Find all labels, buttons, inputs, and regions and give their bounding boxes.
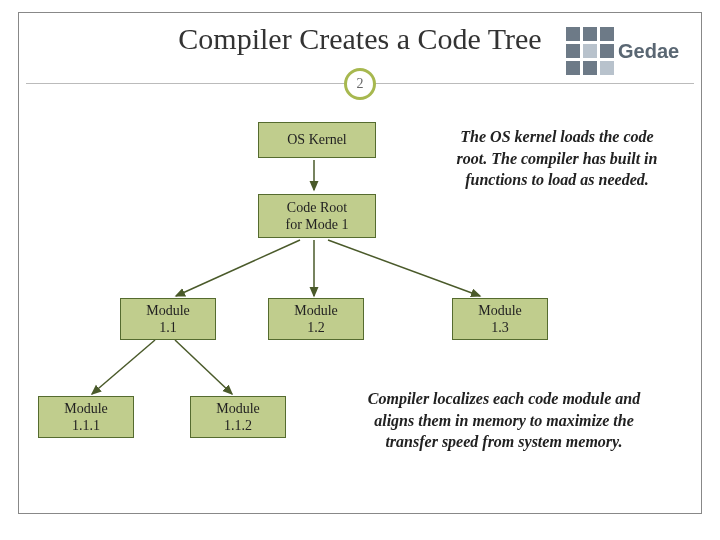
node-label-line2: 1.3 bbox=[491, 319, 509, 337]
page-number: 2 bbox=[357, 76, 364, 92]
node-label-line2: 1.2 bbox=[307, 319, 325, 337]
gedae-logo: Gedae bbox=[566, 22, 696, 80]
page-number-badge: 2 bbox=[344, 68, 376, 100]
callout-top: The OS kernel loads the code root. The c… bbox=[448, 126, 666, 191]
node-label-line2: 1.1.1 bbox=[72, 417, 100, 435]
node-label-line1: Module bbox=[478, 302, 522, 320]
node-module-1-3: Module 1.3 bbox=[452, 298, 548, 340]
node-code-root: Code Root for Mode 1 bbox=[258, 194, 376, 238]
node-label-line1: Code Root bbox=[287, 199, 347, 217]
node-module-1-1-1: Module 1.1.1 bbox=[38, 396, 134, 438]
node-module-1-1-2: Module 1.1.2 bbox=[190, 396, 286, 438]
node-label: OS Kernel bbox=[287, 131, 347, 149]
node-label-line1: Module bbox=[216, 400, 260, 418]
node-label-line1: Module bbox=[64, 400, 108, 418]
node-module-1-2: Module 1.2 bbox=[268, 298, 364, 340]
node-label-line2: 1.1.2 bbox=[224, 417, 252, 435]
logo-text: Gedae bbox=[618, 40, 679, 63]
logo-grid-icon bbox=[566, 27, 614, 75]
node-label-line2: for Mode 1 bbox=[286, 216, 349, 234]
node-label-line1: Module bbox=[146, 302, 190, 320]
node-label-line1: Module bbox=[294, 302, 338, 320]
node-label-line2: 1.1 bbox=[159, 319, 177, 337]
node-os-kernel: OS Kernel bbox=[258, 122, 376, 158]
callout-bottom: Compiler localizes each code module and … bbox=[346, 388, 662, 453]
node-module-1-1: Module 1.1 bbox=[120, 298, 216, 340]
